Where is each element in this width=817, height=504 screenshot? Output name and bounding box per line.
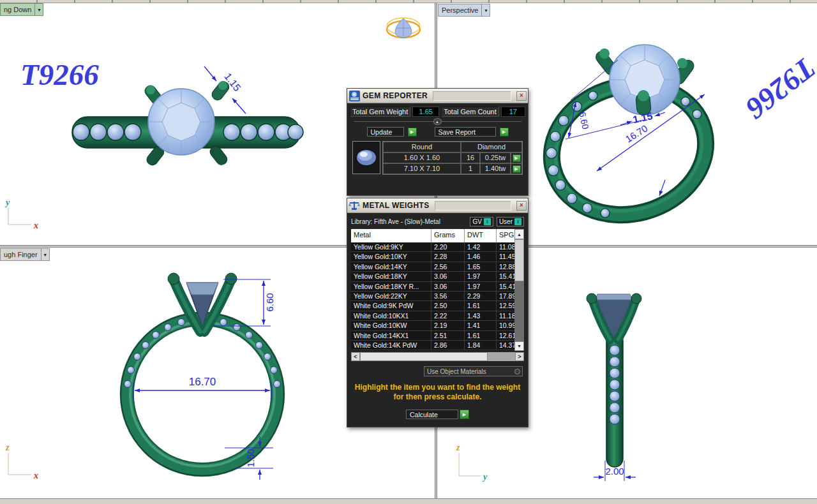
calculate-hint-text: Highlight the item you want to find the … <box>347 383 528 402</box>
panel-title: METAL WEIGHTS <box>363 201 430 210</box>
close-icon[interactable]: × <box>516 201 527 211</box>
scrollbar-thumb[interactable] <box>514 239 524 281</box>
calculate-button[interactable]: Calculate <box>406 410 458 419</box>
metal-row[interactable]: Yellow Gold:9KY2.20 1.4211.08 <box>351 242 524 252</box>
dimension-head-height-6-60-perspective: 6.60 <box>566 60 643 139</box>
model-code-text: T9266 <box>20 58 99 91</box>
update-button[interactable]: Update <box>367 127 404 137</box>
gem-row-go-icon[interactable]: ▶ <box>513 165 521 173</box>
dimension-diameter-16-70: 16.70 <box>133 376 271 400</box>
metal-row[interactable]: Yellow Gold:14KY2.56 1.6512.88 <box>351 262 524 272</box>
close-icon[interactable]: × <box>516 91 527 101</box>
gem-reporter-panel: GEM REPORTER × Total Gem Weight 1.65 Tot… <box>347 88 528 196</box>
axis-gizmo-bottom-right: z y <box>456 443 488 482</box>
dim-text: 6.60 <box>264 293 275 311</box>
axis-z-label: z <box>5 443 10 452</box>
gem-count: 1 <box>461 163 480 174</box>
col-dwt: DWT <box>465 229 497 242</box>
metal-weights-icon <box>349 200 360 211</box>
metal-row[interactable]: Yellow Gold:10KY2.28 1.4611.45 <box>351 252 524 262</box>
gem-reporter-icon <box>349 91 360 101</box>
gem-size: 1.60 X 1.60 <box>383 152 461 163</box>
gem-table: Round Diamond 1.60 X 1.60 16 0.25tw ▶ 7.… <box>352 141 524 175</box>
toolbar-strip-cropped <box>0 0 817 3</box>
metal-row[interactable]: White Gold:10KW2.19 1.4110.99 <box>351 321 524 330</box>
metal-row[interactable]: Yellow Gold:18KY3.06 1.9715.41 <box>351 272 524 281</box>
gem-shape-header: Round <box>383 142 461 152</box>
gem-preview-image <box>352 141 380 174</box>
metal-weights-titlebar[interactable]: METAL WEIGHTS × <box>347 198 528 213</box>
scroll-down-icon[interactable]: ▼ <box>514 341 524 351</box>
gem-weight: 1.40tw <box>480 163 511 174</box>
update-go-icon[interactable]: ▶ <box>408 128 417 137</box>
gem-totals-row: Total Gem Weight 1.65 Total Gem Count 17 <box>350 107 525 117</box>
use-object-materials-label: Use Object Materials <box>427 368 486 375</box>
head-through-finger <box>168 273 237 332</box>
dim-text: 1.15 <box>632 110 654 125</box>
gem-table-row[interactable]: 1.60 X 1.60 16 0.25tw ▶ <box>383 152 522 163</box>
chevron-down-icon[interactable]: ▼ <box>481 4 490 16</box>
gem-row-go-icon[interactable]: ▶ <box>513 154 521 162</box>
library-label: Library: Fifth Ave - (Slow)-Metal <box>351 218 467 225</box>
library-row: Library: Fifth Ave - (Slow)-Metal GV I U… <box>351 217 524 226</box>
center-gem-perspective <box>610 45 680 115</box>
total-gem-count-label: Total Gem Count <box>441 107 499 117</box>
metal-row[interactable]: White Gold:14KX12.51 1.6112.61 <box>351 331 524 341</box>
pave-gems-perspective <box>546 82 702 218</box>
calculate-go-icon[interactable]: ▶ <box>460 410 469 419</box>
scroll-left-icon[interactable]: < <box>351 352 360 361</box>
cad-application-window: ng Down ▼ Perspective ▼ ugh Finger ▼ <box>0 0 817 504</box>
axis-gizmo-bottom-left: z x <box>5 443 38 480</box>
ring-perspective-view: 6.60 16.70 1.15 T9266 <box>537 45 817 232</box>
scrollbar-thumb[interactable] <box>360 352 488 361</box>
metal-row[interactable]: White Gold:9K PdW2.50 1.6112.59 <box>351 301 524 311</box>
save-report-button[interactable]: Save Report <box>435 127 496 137</box>
pave-gems-top-view <box>73 124 303 140</box>
save-report-go-icon[interactable]: ▶ <box>500 128 509 137</box>
prongs-top-view <box>143 79 231 167</box>
panel-title: GEM REPORTER <box>363 91 428 100</box>
metal-table-header: Metal Grams DWT SPG <box>351 229 524 242</box>
gem-count: 16 <box>461 152 480 163</box>
viewport-label-looking-down[interactable]: ng Down ▼ <box>0 3 43 16</box>
calculate-row: Calculate ▶ <box>347 410 528 419</box>
collapse-arrow-icon[interactable]: ▲ <box>433 118 442 125</box>
pave-gems-through-finger <box>124 319 281 388</box>
dim-text: 1.15 <box>222 71 243 93</box>
axis-gizmo-top-left: y x <box>4 198 38 230</box>
gem-table-row[interactable]: 7.10 X 7.10 1 1.40tw ▶ <box>383 163 522 174</box>
col-grams: Grams <box>431 229 465 242</box>
gem-weight: 0.25tw <box>480 152 511 163</box>
col-metal: Metal <box>351 229 431 242</box>
gem-table-grid: Round Diamond 1.60 X 1.60 16 0.25tw ▶ 7.… <box>382 141 523 175</box>
total-gem-count-value: 17 <box>501 107 525 117</box>
axis-z-label: z <box>456 443 460 452</box>
gem-reporter-buttons: Update ▶ Save Report ▶ <box>347 127 528 137</box>
mini-gold-ring-icon <box>387 18 420 38</box>
dimension-shank-width-2-00: 2.00 <box>594 461 636 481</box>
scroll-up-icon[interactable]: ▲ <box>514 229 524 239</box>
viewport-label-text: Perspective <box>438 6 481 14</box>
gv-toggle-button[interactable]: GV I <box>470 217 493 226</box>
viewport-label-perspective[interactable]: Perspective ▼ <box>438 4 490 17</box>
scroll-right-icon[interactable]: > <box>515 352 524 361</box>
use-object-materials-button[interactable]: Use Object Materials <box>424 366 523 376</box>
dimension-head-height-6-60: 6.60 <box>214 279 275 326</box>
gem-type-header: Diamond <box>461 142 522 152</box>
center-gem-top-view <box>148 89 214 155</box>
gv-indicator: I <box>484 218 491 225</box>
metal-row[interactable]: White Gold:10KX12.22 1.4311.18 <box>351 311 524 321</box>
vertical-scrollbar[interactable]: ▲ ▼ <box>514 229 524 351</box>
axis-x-label: x <box>33 471 38 480</box>
chevron-down-icon[interactable]: ▼ <box>34 4 43 15</box>
metal-weights-panel: METAL WEIGHTS × Library: Fifth Ave - (Sl… <box>347 198 528 427</box>
user-toggle-button[interactable]: User I <box>497 217 524 226</box>
metal-row[interactable]: Yellow Gold:18KY R...3.06 1.9715.41 <box>351 282 524 292</box>
metal-row[interactable]: White Gold:14K PdW2.86 1.8414.37 <box>351 341 524 350</box>
dimension-prong-1-15: 1.15 <box>204 66 246 114</box>
gem-reporter-titlebar[interactable]: GEM REPORTER × <box>347 89 528 103</box>
chevron-down-icon[interactable]: ▼ <box>41 249 49 260</box>
metal-row[interactable]: Yellow Gold:22KY3.56 2.2917.89 <box>351 292 524 301</box>
horizontal-scrollbar[interactable]: < > <box>351 352 524 361</box>
viewport-label-through-finger[interactable]: ugh Finger ▼ <box>0 248 50 261</box>
